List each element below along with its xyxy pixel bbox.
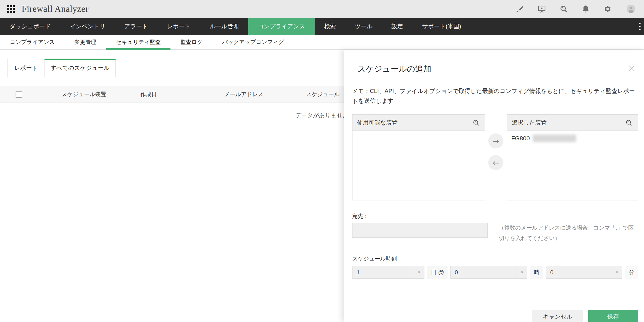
column-schedule-device: スケジュール装置 <box>62 91 140 98</box>
minute-select[interactable]: 0 ▼ <box>546 266 622 279</box>
tab-all-schedules[interactable]: すべてのスケジュール <box>45 59 116 77</box>
schedule-time-label: スケジュール時刻 <box>352 255 638 263</box>
hour-unit-label: 時 <box>530 266 543 279</box>
select-all-cell <box>0 91 62 98</box>
nav-search[interactable]: 検索 <box>315 18 345 35</box>
app-title: Firewall Analyzer <box>22 4 88 14</box>
selected-devices-box: 選択した装置 FG800 <box>507 114 638 200</box>
hour-select-value: 0 <box>451 266 517 278</box>
close-icon[interactable] <box>627 64 636 73</box>
available-devices-box: 使用可能な装置 <box>352 114 485 200</box>
select-all-checkbox[interactable] <box>16 91 22 98</box>
nav-compliance[interactable]: コンプライアンス <box>248 18 315 35</box>
device-transfer: 使用可能な装置 → ← 選択した装置 <box>352 114 638 200</box>
nav-rule-management[interactable]: ルール管理 <box>200 18 248 35</box>
recipient-note: （複数のメールアドレスに送る場合、コンマ「,」で区切りを入れてください） <box>499 223 638 243</box>
subnav-change-management[interactable]: 変更管理 <box>65 35 106 49</box>
selected-devices-list: FG800 <box>507 131 638 200</box>
panel-memo-text: メモ：CLI、API、ファイルオプションで取得した最新のコンフィグ情報をもとに、… <box>352 86 638 106</box>
minute-select-value: 0 <box>546 266 612 278</box>
main-nav: ダッシュボード インベントリ アラート レポート ルール管理 コンプライアンス … <box>0 18 644 35</box>
nav-reports[interactable]: レポート <box>157 18 200 35</box>
selected-devices-title: 選択した装置 <box>512 119 547 126</box>
chevron-down-icon: ▼ <box>612 266 622 278</box>
apps-grid-icon[interactable] <box>7 5 15 13</box>
move-right-button[interactable]: → <box>488 133 503 148</box>
user-avatar[interactable] <box>625 3 637 15</box>
search-icon[interactable] <box>559 4 568 14</box>
transfer-controls: → ← <box>485 114 507 200</box>
available-devices-list[interactable] <box>352 131 485 200</box>
hour-select[interactable]: 0 ▼ <box>450 266 528 279</box>
subnav-compliance[interactable]: コンプライアンス <box>0 35 65 49</box>
nav-settings[interactable]: 設定 <box>382 18 413 35</box>
selected-devices-header: 選択した装置 <box>507 115 638 131</box>
selected-device-item[interactable]: FG800 <box>511 135 634 142</box>
panel-actions: キャンセル 保存 <box>352 310 638 322</box>
recipient-email-input[interactable] <box>352 223 488 238</box>
add-schedule-panel: スケジュールの追加 メモ：CLI、API、ファイルオプションで取得した最新のコン… <box>344 50 644 322</box>
day-select-value: 1 <box>352 266 414 278</box>
nav-inventory[interactable]: インベントリ <box>60 18 115 35</box>
column-email: メールアドレス <box>224 91 306 98</box>
header-actions <box>515 3 637 15</box>
chevron-down-icon: ▼ <box>517 266 527 278</box>
panel-header: スケジュールの追加 <box>352 64 638 75</box>
column-created-date: 作成日 <box>140 91 224 98</box>
move-left-button[interactable]: ← <box>488 155 503 170</box>
redacted-device-suffix <box>533 135 576 142</box>
panel-title: スケジュールの追加 <box>357 64 431 75</box>
panel-divider <box>352 294 638 294</box>
save-button[interactable]: 保存 <box>588 310 638 322</box>
subnav-backup-config[interactable]: バックアップコンフィグ <box>212 35 294 49</box>
available-devices-header: 使用可能な装置 <box>352 115 485 131</box>
firewall-analyzer-app: Firewall Analyzer ダッシュボード インベントリ <box>0 0 644 322</box>
available-devices-search-icon[interactable] <box>472 119 480 127</box>
nav-tools[interactable]: ツール <box>345 18 382 35</box>
top-header: Firewall Analyzer <box>0 0 644 18</box>
selected-devices-search-icon[interactable] <box>625 119 633 127</box>
device-name: FG800 <box>511 135 530 142</box>
presentation-icon[interactable] <box>537 4 546 14</box>
recipient-row: （複数のメールアドレスに送る場合、コンマ「,」で区切りを入れてください） <box>352 223 638 243</box>
nav-alerts[interactable]: アラート <box>115 18 157 35</box>
available-devices-title: 使用可能な装置 <box>357 119 398 126</box>
settings-gear-icon[interactable] <box>603 4 612 14</box>
minute-unit-label: 分 <box>625 266 638 279</box>
rocket-icon[interactable] <box>515 4 524 14</box>
subnav-security-audit[interactable]: セキュリティ監査 <box>106 35 171 49</box>
sub-nav: コンプライアンス 変更管理 セキュリティ監査 監査ログ バックアップコンフィグ <box>0 35 644 50</box>
nav-support[interactable]: サポート(米国) <box>413 18 471 35</box>
day-unit-label: 日 @ <box>427 266 448 279</box>
recipient-label: 宛先： <box>352 213 638 220</box>
cancel-button[interactable]: キャンセル <box>532 310 583 322</box>
chevron-down-icon: ▼ <box>414 266 424 278</box>
subnav-audit-log[interactable]: 監査ログ <box>170 35 212 49</box>
schedule-time-row: 1 ▼ 日 @ 0 ▼ 時 0 ▼ 分 <box>352 266 638 279</box>
day-select[interactable]: 1 ▼ <box>352 266 424 279</box>
notifications-bell-icon[interactable] <box>581 4 590 14</box>
nav-overflow-kebab-icon[interactable] <box>636 18 644 35</box>
nav-dashboard[interactable]: ダッシュボード <box>0 18 60 35</box>
tab-reports[interactable]: レポート <box>7 59 45 77</box>
